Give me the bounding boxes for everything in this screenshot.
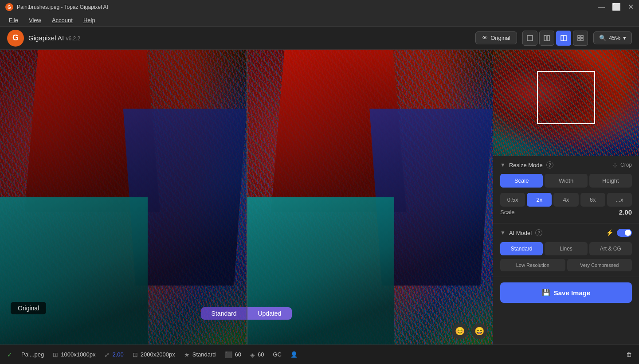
model-art-cg[interactable]: Art & CG [589,242,632,255]
sharpness-icon: ◈ [250,351,255,358]
menu-account[interactable]: Account [47,15,78,25]
zoom-control[interactable]: 🔍 45% ▾ [593,31,632,44]
tab-width[interactable]: Width [545,174,587,188]
scale-buttons: 0.5x 2x 4x 6x ...x [500,193,632,207]
sharpness-item: ◈ 60 [250,351,264,358]
ai-toggle: ⚡ [606,229,632,237]
gc-item: GC [273,351,282,358]
model-lines[interactable]: Lines [545,242,587,255]
svg-rect-2 [547,35,549,41]
app-toolbar: G Gigapixel AI v6.2.2 👁 Original 🔍 45% ▾ [0,27,639,50]
ai-model-chevron-icon: ▼ [500,230,506,236]
eye-icon: 👁 [482,35,488,41]
thumbnail-viewport [537,71,596,124]
view-grid-button[interactable] [573,31,588,46]
scale-6x[interactable]: 6x [580,193,605,207]
main-layout: Original Standard Updated 😊 😄 ▼ Resize [0,50,639,344]
minimize-button[interactable]: — [598,4,605,11]
title-bar-left: G Paintbrushes.jpeg - Topaz Gigapixel AI [5,3,108,11]
scale-display: 2.00 [112,351,123,358]
scale-item: ⤢ 2.00 [104,351,123,358]
svg-rect-1 [544,35,546,41]
ai-model-title: AI Model [509,230,532,236]
canvas-image [0,50,493,344]
tab-height[interactable]: Height [589,174,632,188]
resize-mode-help[interactable]: ? [546,161,553,168]
sub-model-buttons: Low Resolution Very Compressed [500,259,632,271]
menu-view[interactable]: View [24,15,47,25]
original-dims-item: ⊞ 1000x1000px [53,351,95,358]
view-sidebyside-button[interactable] [539,31,554,46]
split-divider [247,50,247,344]
close-button[interactable]: ✕ [628,4,634,11]
scale-custom[interactable]: ...x [607,193,632,207]
model-icon: ★ [184,351,190,358]
crop-icon: ⊹ [612,161,618,168]
ai-toggle-switch[interactable] [617,229,632,237]
model-standard[interactable]: Standard [500,242,543,255]
menu-help[interactable]: Help [78,15,101,25]
save-section: 💾 Save Image [493,277,639,308]
crop-label: Crop [620,162,632,168]
scale-icon: ⤢ [104,351,110,358]
scale-label: Scale [500,209,515,215]
file-check-icon: ✓ [7,351,12,358]
menu-bar: File View Account Help [0,14,639,27]
toggle-knob [625,230,631,236]
right-panel: ▼ Resize Mode ? ⊹ Crop Scale Width Heigh… [493,50,639,344]
crop-action[interactable]: ⊹ Crop [612,161,632,168]
processed-image-panel [247,50,493,344]
original-button[interactable]: 👁 Original [475,31,517,44]
model-item: ★ Standard [184,351,216,358]
canvas-area[interactable]: Original Standard Updated 😊 😄 [0,50,493,344]
output-dims-icon: ⊡ [133,351,138,358]
sub-model-very-compressed[interactable]: Very Compressed [567,259,632,271]
updated-label: Updated [247,307,292,320]
svg-rect-6 [581,35,583,38]
bottom-bar: ✓ Pai...peg ⊞ 1000x1000px ⤢ 2.00 ⊡ 2000x… [0,344,639,364]
delete-icon: 🗑 [626,351,632,358]
save-label: Save Image [554,289,591,297]
tab-scale[interactable]: Scale [500,174,543,188]
menu-file[interactable]: File [4,15,24,25]
svg-rect-5 [578,35,580,38]
app-version: v6.2.2 [66,35,81,42]
resize-mode-header: ▼ Resize Mode ? ⊹ Crop [500,161,632,168]
zoom-icon: 🔍 [599,35,606,41]
save-button[interactable]: 💾 Save Image [500,282,632,303]
scale-4x[interactable]: 4x [553,193,578,207]
sub-model-low-resolution[interactable]: Low Resolution [500,259,565,271]
standard-label: Standard [201,307,247,320]
app-icon: G [5,3,13,11]
emoji-reactions: 😊 😄 [452,323,487,339]
zoom-value: 45% [609,35,620,41]
output-dims-item: ⊡ 2000x2000px [133,351,175,358]
emoji-reaction-1[interactable]: 😊 [452,323,468,339]
scale-0.5x[interactable]: 0.5x [500,193,525,207]
logo-circle: G [7,30,24,47]
save-icon: 💾 [542,289,550,297]
ai-model-help[interactable]: ? [535,229,542,236]
title-bar: G Paintbrushes.jpeg - Topaz Gigapixel AI… [0,0,639,14]
resize-mode-title: Resize Mode [509,162,543,168]
person-item[interactable]: 👤 [290,351,298,358]
zoom-dropdown-icon: ▾ [623,35,626,41]
view-mode-buttons [522,31,588,46]
view-split-button[interactable] [556,31,571,46]
resize-tabs: Scale Width Height [500,174,632,188]
sharpness-value: 60 [258,351,264,358]
emoji-reaction-2[interactable]: 😄 [471,323,487,339]
resize-chevron-icon: ▼ [500,162,506,168]
svg-rect-7 [578,39,580,41]
scale-row: Scale 2.00 [500,208,632,216]
scale-2x[interactable]: 2x [527,193,552,207]
delete-item[interactable]: 🗑 [626,351,632,358]
model-name: Standard [192,351,216,358]
maximize-button[interactable]: ⬜ [612,4,621,11]
ai-model-section: ▼ AI Model ? ⚡ Standard Lines Art & CG L… [493,223,639,277]
original-dims-icon: ⊞ [53,351,58,358]
window-controls: — ⬜ ✕ [598,4,634,11]
output-dims: 2000x2000px [141,351,175,358]
view-single-button[interactable] [522,31,537,46]
filename: Pai...peg [21,351,44,358]
